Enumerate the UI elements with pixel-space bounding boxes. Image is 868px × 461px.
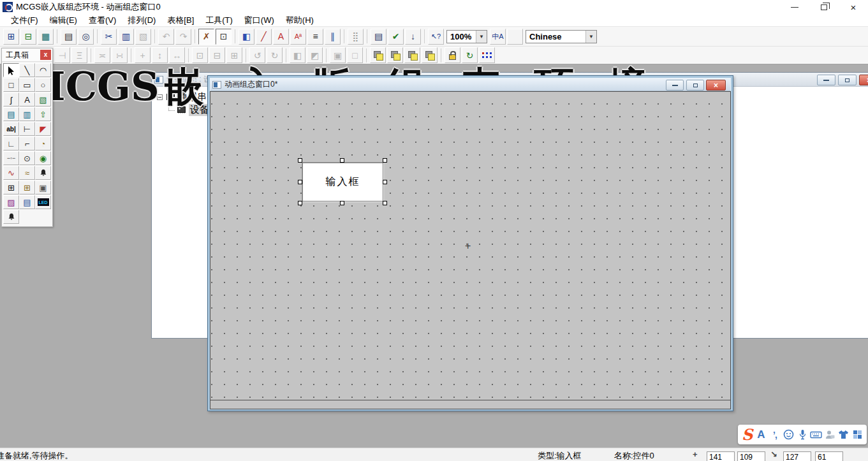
menu-view[interactable]: 查看(V) bbox=[83, 13, 122, 27]
english-mode-button[interactable]: A bbox=[754, 425, 769, 444]
toolbox-titlebar[interactable]: 工具箱 x bbox=[2, 48, 52, 62]
formula-box-tool[interactable]: ▤ bbox=[19, 195, 35, 209]
animation-button-tool[interactable]: ⇧ bbox=[35, 107, 51, 121]
free-table-tool[interactable]: ⊞ bbox=[3, 180, 19, 194]
translate-button[interactable]: 中A bbox=[490, 29, 506, 45]
trend-curve-tool[interactable]: ∿ bbox=[3, 166, 19, 180]
selection-handle[interactable] bbox=[298, 201, 302, 205]
blank-button[interactable] bbox=[507, 29, 523, 45]
menu-help[interactable]: 帮助(H) bbox=[280, 13, 320, 27]
arc-tool[interactable]: ◠ bbox=[35, 63, 51, 77]
grid-button[interactable]: ⣿ bbox=[348, 29, 364, 45]
move-down-button[interactable] bbox=[422, 47, 438, 63]
send-back-button[interactable] bbox=[387, 47, 403, 63]
percent-fill-tool[interactable]: ◤ bbox=[35, 122, 51, 136]
device-restore-button[interactable] bbox=[838, 75, 857, 85]
check-button[interactable]: ✔ bbox=[388, 29, 404, 45]
tree-expander-icon[interactable] bbox=[157, 94, 163, 100]
new-window-button[interactable]: ⊞ bbox=[3, 29, 19, 45]
selection-handle[interactable] bbox=[383, 180, 387, 184]
storage-browser-tool[interactable]: ▣ bbox=[35, 180, 51, 194]
animation-window-titlebar[interactable]: 动画组态窗口0* × bbox=[210, 78, 731, 91]
tools-button[interactable]: ✗ bbox=[198, 29, 214, 45]
device-minimize-button[interactable] bbox=[817, 75, 835, 85]
font-button[interactable]: Aª bbox=[290, 29, 306, 45]
anim-restore-button[interactable] bbox=[686, 80, 704, 91]
selection-handle[interactable] bbox=[383, 158, 387, 163]
anim-minimize-button[interactable] bbox=[666, 80, 684, 91]
selection-handle[interactable] bbox=[298, 180, 302, 184]
toolbox-palette[interactable]: 工具箱 x ╲◠□▭○ʃA▧▤▥⇧ab|⊢◤∟⌐◔−◦−⊙◉∿≈⊞⊞▣▨▤LED bbox=[1, 48, 53, 227]
fill-color-button[interactable]: ◧ bbox=[239, 29, 254, 45]
rotate-handle-button[interactable]: ↻ bbox=[462, 47, 478, 63]
inputbox-control[interactable]: 输入框 bbox=[302, 163, 383, 201]
historical-table-tool[interactable]: ⊞ bbox=[19, 180, 35, 194]
menu-tools[interactable]: 工具(T) bbox=[200, 13, 239, 27]
meter-clock-tool[interactable]: ⊙ bbox=[19, 151, 35, 165]
print-button[interactable]: ▤ bbox=[61, 29, 77, 45]
char-color-button[interactable]: A bbox=[273, 29, 289, 45]
slider-input-tool[interactable]: ⊢ bbox=[19, 122, 35, 136]
polygon-tool[interactable]: ʃ bbox=[3, 92, 19, 106]
close-button[interactable]: × bbox=[839, 0, 868, 14]
selection-handle[interactable] bbox=[340, 158, 344, 163]
bring-front-button[interactable] bbox=[370, 47, 386, 63]
menu-file[interactable]: 文件(F) bbox=[5, 13, 44, 27]
knob-tool[interactable]: ◔ bbox=[35, 136, 51, 150]
punctuation-button[interactable]: ’, bbox=[768, 425, 782, 444]
ellipse-tool[interactable]: ○ bbox=[35, 78, 51, 92]
menu-window[interactable]: 窗口(W) bbox=[239, 13, 280, 27]
inputbox-tool[interactable]: ab| bbox=[3, 122, 19, 136]
bitmap-tool[interactable]: ▧ bbox=[35, 92, 51, 106]
chevron-down-icon[interactable]: ▼ bbox=[585, 31, 596, 43]
print-preview-button[interactable]: ◎ bbox=[78, 29, 94, 45]
line-tool[interactable]: ╲ bbox=[19, 63, 35, 77]
vertical-align-button[interactable]: ∥ bbox=[325, 29, 341, 45]
profile-icon[interactable] bbox=[823, 425, 837, 444]
step-line-tool[interactable]: ⌐ bbox=[19, 136, 35, 150]
input-display-tool[interactable]: ▤ bbox=[3, 107, 19, 121]
animation-refresh-tool[interactable]: ▨ bbox=[3, 195, 19, 209]
led-tool[interactable]: LED bbox=[35, 195, 51, 209]
rect-tool[interactable]: □ bbox=[3, 78, 19, 92]
selection-handle[interactable] bbox=[340, 201, 344, 205]
menu-table[interactable]: 表格[B] bbox=[161, 13, 200, 27]
output-display-tool[interactable]: ▥ bbox=[19, 107, 35, 121]
select-tool[interactable] bbox=[3, 63, 19, 77]
horizontal-lines-button[interactable]: ≡ bbox=[307, 29, 323, 45]
alarm-display-tool[interactable] bbox=[35, 166, 51, 180]
sort-button[interactable]: ↓ bbox=[405, 29, 421, 45]
menu-arrange[interactable]: 排列(D) bbox=[122, 13, 161, 27]
copy-button[interactable]: ▥ bbox=[118, 29, 134, 45]
slider-tool[interactable]: −◦− bbox=[3, 151, 19, 165]
save-button[interactable]: ▦ bbox=[38, 29, 54, 45]
restore-button[interactable] bbox=[809, 0, 839, 14]
indicator-lamp-tool[interactable]: ◉ bbox=[35, 151, 51, 165]
device-close-button[interactable]: × bbox=[859, 75, 868, 85]
minimize-button[interactable] bbox=[780, 0, 809, 14]
sogou-logo-icon[interactable]: S bbox=[740, 425, 754, 444]
context-help-button[interactable]: ↖? bbox=[428, 29, 444, 45]
line-color-button[interactable]: ╱ bbox=[256, 29, 272, 45]
move-up-button[interactable] bbox=[404, 47, 420, 63]
object-library-button[interactable]: ⊟ bbox=[20, 29, 36, 45]
language-combo[interactable]: Chinese▼ bbox=[526, 30, 597, 43]
cut-button[interactable]: ✂ bbox=[101, 29, 117, 45]
lock-button[interactable] bbox=[445, 47, 460, 63]
toolbox-close-button[interactable]: x bbox=[40, 50, 51, 60]
animation-window[interactable]: 动画组态窗口0* × 输入框 + bbox=[207, 75, 733, 411]
flow-block-tool[interactable]: ∟ bbox=[3, 136, 19, 150]
anim-close-button[interactable]: × bbox=[706, 80, 726, 91]
properties-button[interactable]: ▤ bbox=[371, 29, 386, 45]
selection-handle[interactable] bbox=[298, 158, 302, 163]
xy-curve-tool[interactable]: ≈ bbox=[19, 166, 35, 180]
ime-toolbox-icon[interactable] bbox=[851, 425, 865, 444]
label-tool[interactable]: A bbox=[19, 92, 35, 106]
skin-icon[interactable] bbox=[837, 425, 851, 444]
menu-edit[interactable]: 编辑(E) bbox=[44, 13, 83, 27]
grid-dots-button[interactable] bbox=[479, 47, 495, 63]
roundrect-tool[interactable]: ▭ bbox=[19, 78, 35, 92]
selection-handle[interactable] bbox=[383, 201, 387, 205]
voice-icon[interactable] bbox=[795, 425, 809, 444]
emoji-icon[interactable] bbox=[782, 425, 796, 444]
